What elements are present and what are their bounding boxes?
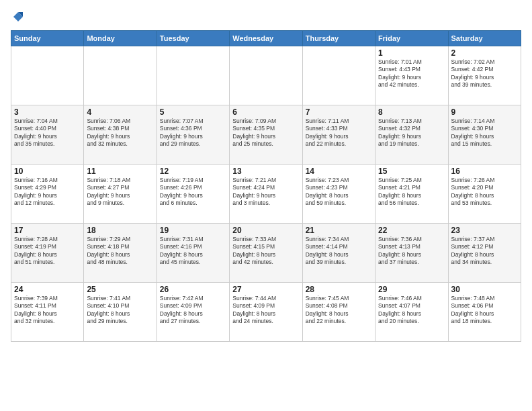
calendar-cell: 7Sunrise: 7:11 AM Sunset: 4:33 PM Daylig… (302, 105, 375, 164)
day-info: Sunrise: 7:44 AM Sunset: 4:09 PM Dayligh… (232, 295, 299, 326)
calendar-cell: 23Sunrise: 7:37 AM Sunset: 4:12 PM Dayli… (448, 223, 521, 282)
calendar-cell: 17Sunrise: 7:28 AM Sunset: 4:19 PM Dayli… (11, 223, 84, 282)
day-number: 22 (378, 226, 445, 235)
day-info: Sunrise: 7:19 AM Sunset: 4:26 PM Dayligh… (160, 177, 226, 208)
logo (11, 11, 24, 26)
calendar-cell: 1Sunrise: 7:01 AM Sunset: 4:43 PM Daylig… (375, 46, 448, 105)
day-info: Sunrise: 7:41 AM Sunset: 4:10 PM Dayligh… (87, 295, 153, 326)
day-info: Sunrise: 7:42 AM Sunset: 4:09 PM Dayligh… (160, 295, 226, 326)
calendar-cell: 19Sunrise: 7:31 AM Sunset: 4:16 PM Dayli… (157, 223, 229, 282)
day-number: 11 (87, 167, 153, 176)
calendar-cell: 11Sunrise: 7:18 AM Sunset: 4:27 PM Dayli… (84, 164, 157, 223)
day-number: 10 (14, 167, 81, 176)
day-number: 3 (14, 107, 81, 117)
calendar-week-row: 10Sunrise: 7:16 AM Sunset: 4:29 PM Dayli… (11, 164, 521, 223)
calendar-cell (157, 46, 229, 105)
calendar-header-row: SundayMondayTuesdayWednesdayThursdayFrid… (11, 30, 521, 46)
day-info: Sunrise: 7:04 AM Sunset: 4:40 PM Dayligh… (14, 118, 81, 148)
calendar-cell: 2Sunrise: 7:02 AM Sunset: 4:42 PM Daylig… (448, 46, 521, 105)
weekday-header: Monday (84, 30, 157, 46)
day-number: 16 (451, 167, 518, 176)
calendar-cell: 6Sunrise: 7:09 AM Sunset: 4:35 PM Daylig… (230, 105, 302, 164)
calendar-cell: 16Sunrise: 7:26 AM Sunset: 4:20 PM Dayli… (448, 164, 521, 223)
calendar-cell (84, 46, 157, 105)
day-info: Sunrise: 7:06 AM Sunset: 4:38 PM Dayligh… (87, 118, 153, 148)
day-number: 7 (306, 107, 372, 117)
calendar-cell: 9Sunrise: 7:14 AM Sunset: 4:30 PM Daylig… (448, 105, 521, 164)
calendar-cell (302, 46, 375, 105)
day-info: Sunrise: 7:34 AM Sunset: 4:14 PM Dayligh… (306, 236, 372, 267)
logo-icon (12, 11, 24, 23)
day-info: Sunrise: 7:21 AM Sunset: 4:24 PM Dayligh… (232, 177, 299, 208)
weekday-header: Friday (375, 30, 448, 46)
day-info: Sunrise: 7:11 AM Sunset: 4:33 PM Dayligh… (306, 118, 372, 148)
day-number: 13 (232, 167, 299, 176)
day-number: 2 (451, 48, 518, 58)
day-number: 12 (160, 167, 226, 176)
calendar-cell: 26Sunrise: 7:42 AM Sunset: 4:09 PM Dayli… (157, 282, 229, 341)
day-info: Sunrise: 7:39 AM Sunset: 4:11 PM Dayligh… (14, 295, 81, 326)
calendar-cell: 8Sunrise: 7:13 AM Sunset: 4:32 PM Daylig… (375, 105, 448, 164)
day-number: 27 (232, 285, 299, 294)
day-number: 18 (87, 226, 153, 235)
calendar-cell: 12Sunrise: 7:19 AM Sunset: 4:26 PM Dayli… (157, 164, 229, 223)
day-number: 25 (87, 285, 153, 294)
day-info: Sunrise: 7:48 AM Sunset: 4:06 PM Dayligh… (451, 295, 518, 326)
calendar-cell: 10Sunrise: 7:16 AM Sunset: 4:29 PM Dayli… (11, 164, 84, 223)
header (11, 8, 521, 26)
calendar-week-row: 1Sunrise: 7:01 AM Sunset: 4:43 PM Daylig… (11, 46, 521, 105)
day-info: Sunrise: 7:26 AM Sunset: 4:20 PM Dayligh… (451, 177, 518, 208)
weekday-header: Thursday (302, 30, 375, 46)
day-number: 9 (451, 107, 518, 117)
day-info: Sunrise: 7:23 AM Sunset: 4:23 PM Dayligh… (306, 177, 372, 208)
weekday-header: Sunday (11, 30, 84, 46)
calendar-cell: 18Sunrise: 7:29 AM Sunset: 4:18 PM Dayli… (84, 223, 157, 282)
calendar-cell: 29Sunrise: 7:46 AM Sunset: 4:07 PM Dayli… (375, 282, 448, 341)
day-number: 28 (306, 285, 372, 294)
day-number: 4 (87, 107, 153, 117)
day-info: Sunrise: 7:09 AM Sunset: 4:35 PM Dayligh… (232, 118, 299, 148)
day-number: 5 (160, 107, 226, 117)
day-info: Sunrise: 7:29 AM Sunset: 4:18 PM Dayligh… (87, 236, 153, 267)
calendar-cell: 27Sunrise: 7:44 AM Sunset: 4:09 PM Dayli… (230, 282, 302, 341)
day-number: 19 (160, 226, 226, 235)
day-info: Sunrise: 7:16 AM Sunset: 4:29 PM Dayligh… (14, 177, 81, 208)
calendar-cell: 21Sunrise: 7:34 AM Sunset: 4:14 PM Dayli… (302, 223, 375, 282)
day-number: 30 (451, 285, 518, 294)
day-number: 15 (378, 167, 445, 176)
day-info: Sunrise: 7:45 AM Sunset: 4:08 PM Dayligh… (306, 295, 372, 326)
calendar-cell: 28Sunrise: 7:45 AM Sunset: 4:08 PM Dayli… (302, 282, 375, 341)
calendar-week-row: 3Sunrise: 7:04 AM Sunset: 4:40 PM Daylig… (11, 105, 521, 164)
calendar-week-row: 17Sunrise: 7:28 AM Sunset: 4:19 PM Dayli… (11, 223, 521, 282)
calendar-cell: 30Sunrise: 7:48 AM Sunset: 4:06 PM Dayli… (448, 282, 521, 341)
day-info: Sunrise: 7:07 AM Sunset: 4:36 PM Dayligh… (160, 118, 226, 148)
weekday-header: Tuesday (157, 30, 229, 46)
calendar-cell: 20Sunrise: 7:33 AM Sunset: 4:15 PM Dayli… (230, 223, 302, 282)
weekday-header: Saturday (448, 30, 521, 46)
day-number: 6 (232, 107, 299, 117)
day-number: 26 (160, 285, 226, 294)
day-info: Sunrise: 7:31 AM Sunset: 4:16 PM Dayligh… (160, 236, 226, 267)
day-info: Sunrise: 7:46 AM Sunset: 4:07 PM Dayligh… (378, 295, 445, 326)
day-info: Sunrise: 7:25 AM Sunset: 4:21 PM Dayligh… (378, 177, 445, 208)
calendar-cell: 14Sunrise: 7:23 AM Sunset: 4:23 PM Dayli… (302, 164, 375, 223)
day-info: Sunrise: 7:37 AM Sunset: 4:12 PM Dayligh… (451, 236, 518, 267)
day-number: 21 (306, 226, 372, 235)
day-number: 24 (14, 285, 81, 294)
day-number: 17 (14, 226, 81, 235)
calendar-table: SundayMondayTuesdayWednesdayThursdayFrid… (11, 30, 521, 342)
calendar-cell: 4Sunrise: 7:06 AM Sunset: 4:38 PM Daylig… (84, 105, 157, 164)
day-info: Sunrise: 7:28 AM Sunset: 4:19 PM Dayligh… (14, 236, 81, 267)
day-number: 14 (306, 167, 372, 176)
weekday-header: Wednesday (230, 30, 302, 46)
calendar-cell (11, 46, 84, 105)
calendar-cell: 22Sunrise: 7:36 AM Sunset: 4:13 PM Dayli… (375, 223, 448, 282)
day-info: Sunrise: 7:14 AM Sunset: 4:30 PM Dayligh… (451, 118, 518, 148)
calendar-cell: 13Sunrise: 7:21 AM Sunset: 4:24 PM Dayli… (230, 164, 302, 223)
page: SundayMondayTuesdayWednesdayThursdayFrid… (0, 0, 532, 411)
calendar-week-row: 24Sunrise: 7:39 AM Sunset: 4:11 PM Dayli… (11, 282, 521, 341)
day-number: 20 (232, 226, 299, 235)
calendar-cell: 15Sunrise: 7:25 AM Sunset: 4:21 PM Dayli… (375, 164, 448, 223)
day-info: Sunrise: 7:13 AM Sunset: 4:32 PM Dayligh… (378, 118, 445, 148)
day-number: 23 (451, 226, 518, 235)
